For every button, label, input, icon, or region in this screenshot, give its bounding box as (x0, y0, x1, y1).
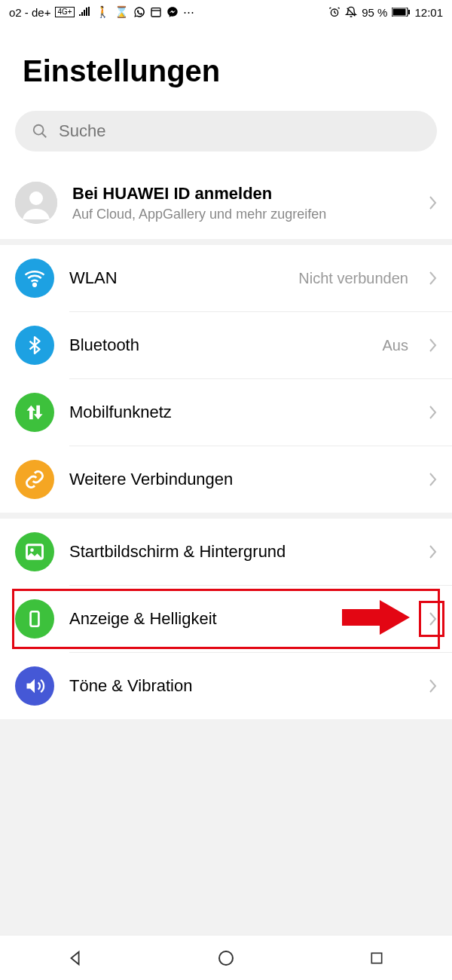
row-sound-vibration[interactable]: Töne & Vibration (0, 653, 452, 719)
chevron-right-icon (429, 338, 437, 352)
alarm-icon (328, 6, 341, 18)
huawei-id-subtitle: Auf Cloud, AppGallery und mehr zugreifen (72, 207, 414, 222)
picture-icon (15, 532, 54, 571)
home-label: Startbildschirm & Hintergrund (69, 542, 414, 562)
calendar-icon (150, 6, 162, 18)
chevron-right-icon (429, 406, 437, 419)
nav-bar (0, 935, 452, 980)
link-icon (15, 460, 54, 499)
bluetooth-value: Aus (383, 337, 408, 354)
chevron-right-icon (429, 473, 437, 486)
search-input[interactable] (59, 121, 420, 141)
row-mobile-network[interactable]: Mobilfunknetz (0, 379, 452, 446)
svg-point-10 (33, 283, 36, 286)
sound-label: Töne & Vibration (69, 676, 414, 696)
mobile-data-icon (15, 393, 54, 432)
row-wlan[interactable]: WLAN Nicht verbunden (0, 245, 452, 311)
svg-rect-4 (393, 9, 406, 16)
svg-point-9 (29, 191, 43, 205)
status-bar: o2 - de+ 4G+ 🚶 ⌛ ⋯ 95 % 12:01 (0, 0, 452, 24)
whatsapp-icon (133, 6, 145, 18)
svg-point-6 (34, 125, 44, 135)
time-label: 12:01 (414, 6, 443, 19)
chevron-right-icon (429, 271, 437, 285)
battery-pct: 95 % (362, 6, 387, 19)
chevron-right-icon (429, 612, 437, 626)
svg-rect-15 (371, 953, 381, 963)
svg-rect-5 (408, 10, 410, 14)
wifi-icon (15, 259, 54, 298)
mute-icon (345, 6, 357, 18)
chevron-right-icon (429, 545, 437, 559)
hourglass-icon: ⌛ (115, 5, 129, 19)
chevron-right-icon (429, 196, 437, 210)
nav-recent-button[interactable] (366, 948, 387, 969)
wlan-label: WLAN (69, 268, 283, 288)
signal-icon (79, 7, 91, 17)
nav-home-button[interactable] (215, 948, 237, 969)
huawei-id-title: Bei HUAWEI ID anmelden (72, 184, 414, 204)
bluetooth-icon (15, 326, 54, 365)
mobile-label: Mobilfunknetz (69, 403, 414, 422)
row-display-brightness[interactable]: Anzeige & Helligkeit (0, 586, 452, 652)
wlan-value: Nicht verbunden (298, 270, 408, 287)
walk-icon: 🚶 (96, 5, 110, 19)
svg-rect-0 (151, 8, 160, 17)
phone-icon (15, 599, 54, 639)
row-more-connections[interactable]: Weitere Verbindungen (0, 446, 452, 513)
svg-line-7 (42, 133, 47, 138)
svg-rect-13 (31, 611, 39, 626)
battery-icon (392, 8, 410, 17)
carrier-label: o2 - de+ (9, 6, 50, 19)
row-bluetooth[interactable]: Bluetooth Aus (0, 312, 452, 378)
page-title: Einstellungen (0, 24, 452, 111)
avatar (15, 182, 57, 224)
messenger-icon (166, 6, 179, 18)
bluetooth-label: Bluetooth (69, 335, 368, 355)
nav-back-button[interactable] (65, 948, 86, 969)
more-icon: ⋯ (183, 5, 194, 19)
row-huawei-id[interactable]: Bei HUAWEI ID anmelden Auf Cloud, AppGal… (0, 167, 452, 239)
chevron-right-icon (429, 679, 437, 693)
search-icon (32, 123, 48, 139)
svg-point-14 (219, 951, 233, 965)
display-label: Anzeige & Helligkeit (69, 609, 414, 629)
search-bar[interactable] (15, 111, 437, 152)
network-badge: 4G+ (55, 7, 74, 17)
more-conn-label: Weitere Verbindungen (69, 470, 414, 489)
row-home-wallpaper[interactable]: Startbildschirm & Hintergrund (0, 519, 452, 585)
speaker-icon (15, 666, 54, 706)
svg-point-12 (30, 548, 34, 552)
